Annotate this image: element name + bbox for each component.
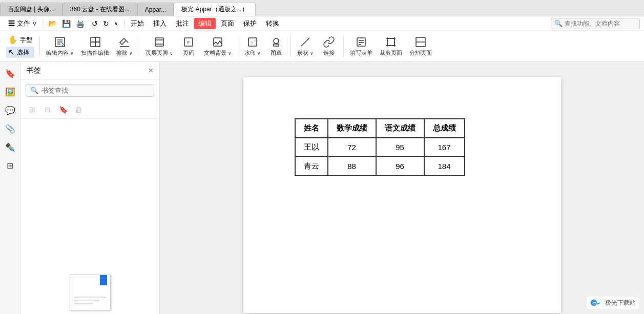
thumbnail-area <box>20 119 159 314</box>
menu-bar: ☰ 文件 ∨ 📂 💾 🖨️ ↺ ↻ ∨ 开始 插入 批注 编辑 页面 保护 转换… <box>0 16 644 31</box>
sidebar-layers-icon[interactable]: ⊞ <box>3 158 17 173</box>
watermark-icon: 水印 <box>246 35 259 49</box>
watermark-tool[interactable]: 水印 水印 ∨ <box>241 33 264 59</box>
document-page: 姓名 数学成绩 语文成绩 总成绩 王以 72 95 167 青云 <box>243 77 561 313</box>
redo-btn[interactable]: ↻ <box>101 18 111 29</box>
page-layer-icon <box>153 35 165 49</box>
sidebar-bookmark-icon[interactable]: 🔖 <box>3 66 17 80</box>
page-num-label: 页码 <box>183 50 194 56</box>
thumbnail-bookmark-mark <box>100 275 107 285</box>
bookmark-add[interactable]: 🔖 <box>56 103 70 116</box>
sep-t4 <box>290 36 291 56</box>
stamp-tool[interactable]: 图章 <box>265 33 287 59</box>
menu-insert[interactable]: 插入 <box>149 18 171 29</box>
logo-icon <box>590 298 602 307</box>
watermark-label: 水印 ∨ <box>244 50 261 56</box>
doc-bg-label: 文档背景 ∨ <box>204 50 232 56</box>
bookmark-panel: 书签 × 🔍 ⊞ ⊟ 🔖 🗑 <box>20 62 160 314</box>
undo-btn[interactable]: ↺ <box>90 18 100 29</box>
doc-bg-icon <box>212 35 224 49</box>
split-page-icon <box>414 35 427 49</box>
shape-tool[interactable]: 形状 ∨ <box>294 33 317 59</box>
sidebar-attach-icon[interactable]: 📎 <box>3 121 17 136</box>
sidebar-comment-icon[interactable]: 💬 <box>3 103 17 117</box>
split-page-tool[interactable]: 分割页面 <box>406 33 435 59</box>
sep-t1 <box>39 36 40 56</box>
fill-form-label: 填写表单 <box>350 50 372 56</box>
edit-content-tool[interactable]: 编辑内容 ∨ <box>43 33 77 59</box>
table-row-2: 青云 88 96 184 <box>295 157 465 176</box>
split-page-label: 分割页面 <box>409 50 432 56</box>
sep-t5 <box>343 36 344 56</box>
sidebar-image-icon[interactable]: 🖼️ <box>3 85 17 99</box>
svg-line-18 <box>301 38 309 46</box>
menu-convert[interactable]: 转换 <box>262 18 283 29</box>
undo-arrow[interactable]: ∨ <box>112 19 120 27</box>
link-tool[interactable]: 链接 <box>318 33 340 59</box>
cell-chinese-2: 96 <box>376 157 424 176</box>
doc-bg-tool[interactable]: 文档背景 ∨ <box>201 33 235 59</box>
svg-rect-4 <box>91 37 95 42</box>
save-btn[interactable]: 💾 <box>60 18 73 29</box>
thumb-line-1 <box>74 297 106 298</box>
score-table: 姓名 数学成绩 语文成绩 总成绩 王以 72 95 167 青云 <box>295 118 465 176</box>
bookmark-expand-all: ⊞ <box>26 103 39 116</box>
table-row-1: 王以 72 95 167 <box>295 138 465 157</box>
menu-page[interactable]: 页面 <box>217 18 238 29</box>
menu-protect[interactable]: 保护 <box>239 18 261 29</box>
svg-rect-23 <box>387 38 394 46</box>
panel-search-box[interactable]: 🔍 <box>26 84 154 97</box>
fill-form-tool[interactable]: 填写表单 <box>347 33 376 59</box>
tab-3[interactable]: 极光 Appar（通版之...） <box>174 3 255 16</box>
menu-start[interactable]: 开始 <box>127 18 148 29</box>
page-num-tool[interactable]: # 页码 <box>177 33 200 59</box>
bookmark-collapse-all: ⊟ <box>41 103 54 116</box>
panel-search-input[interactable] <box>41 87 150 94</box>
cell-name-1: 王以 <box>295 138 328 157</box>
edit-content-icon <box>54 35 66 49</box>
page-thumbnail[interactable] <box>70 275 111 310</box>
panel-header: 书签 × <box>20 62 159 80</box>
select-tool[interactable]: ↖ 选择 <box>6 47 34 58</box>
hand-tool[interactable]: ✋ 手型 <box>6 34 34 46</box>
panel-search-icon: 🔍 <box>30 87 38 94</box>
tab-1[interactable]: 360 云盘 - 在线看图... <box>63 3 137 16</box>
top-search-input[interactable] <box>565 20 636 27</box>
open-btn[interactable]: 📂 <box>46 18 59 29</box>
scan-edit-icon <box>89 35 101 49</box>
crop-page-label: 裁剪页面 <box>380 50 402 56</box>
link-icon <box>323 35 335 49</box>
tab-0[interactable]: 百度网盘 | 头像... <box>0 3 63 16</box>
crop-page-tool[interactable]: 裁剪页面 <box>377 33 405 59</box>
tab-2[interactable]: Appar... <box>137 3 174 16</box>
print-btn[interactable]: 🖨️ <box>74 18 87 29</box>
erase-label: 擦除 ∨ <box>116 50 133 56</box>
sidebar-signature-icon[interactable]: ✒️ <box>3 140 17 154</box>
page-layer-tool[interactable]: 页层页脚 ∨ <box>142 33 176 59</box>
svg-point-16 <box>274 38 279 44</box>
cursor-icon: ↖ <box>8 48 15 57</box>
stamp-icon <box>270 35 282 49</box>
menu-file[interactable]: ☰ 文件 ∨ <box>4 18 41 29</box>
top-search-box[interactable]: 🔍 <box>551 18 640 29</box>
crop-page-icon <box>385 35 397 49</box>
cell-math-1: 72 <box>328 138 376 157</box>
search-icon: 🔍 <box>554 19 563 27</box>
scan-edit-tool[interactable]: 扫描件编辑 <box>78 33 112 59</box>
hand-select-group: ✋ 手型 ↖ 选择 <box>4 33 36 59</box>
bookmark-delete: 🗑 <box>72 103 85 116</box>
menu-edit[interactable]: 编辑 <box>194 18 216 29</box>
panel-title: 书签 <box>27 66 41 75</box>
cell-chinese-1: 95 <box>376 138 424 157</box>
link-label: 链接 <box>323 50 335 56</box>
thumb-line-2 <box>74 300 100 301</box>
logo-area: 极光下载站 <box>587 297 639 309</box>
sep-t2 <box>139 36 139 56</box>
main-layout: 🔖 🖼️ 💬 📎 ✒️ ⊞ 书签 × 🔍 ⊞ ⊟ 🔖 🗑 <box>0 62 644 314</box>
menu-icon: ☰ <box>8 19 15 27</box>
col-header-name: 姓名 <box>295 119 328 138</box>
menu-batch[interactable]: 批注 <box>172 18 193 29</box>
erase-tool[interactable]: 擦除 ∨ <box>113 33 136 59</box>
sep-t3 <box>238 36 238 56</box>
panel-close-btn[interactable]: × <box>149 67 153 75</box>
